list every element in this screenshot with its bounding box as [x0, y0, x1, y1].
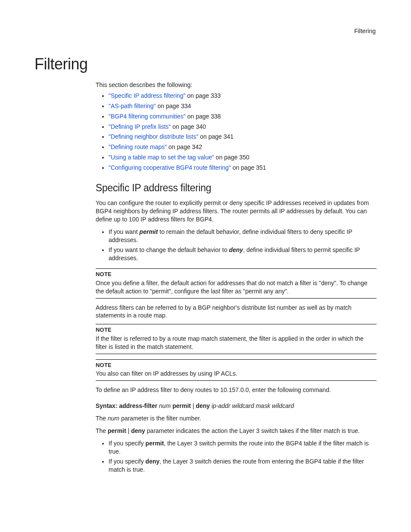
toc-link[interactable]: "Defining IP prefix lists": [109, 123, 171, 130]
syntax-cmd: address-filter: [119, 402, 157, 409]
note-label: NOTE: [96, 326, 377, 334]
num-param-paragraph: The num parameter is the filter number.: [96, 414, 377, 423]
note-block: NOTE Once you define a filter, the defau…: [96, 268, 377, 298]
text: parameter is the filter number.: [119, 415, 201, 422]
toc-item: "Using a table map to set the tag value"…: [109, 153, 377, 162]
li-pre: If you want: [109, 228, 140, 235]
toc-link[interactable]: "Defining route maps": [109, 143, 167, 150]
list-item: If you want to change the default behavi…: [109, 246, 377, 262]
text: The: [96, 427, 108, 434]
num-ital: num: [108, 415, 119, 422]
toc-list: "Specific IP address filtering" on page …: [96, 92, 377, 172]
toc-item: "Specific IP address filtering" on page …: [109, 92, 377, 100]
between-notes-paragraph: Address filters can be referred to by a …: [96, 304, 377, 320]
toc-suffix: on page 333: [186, 92, 221, 99]
action-bullets: If you specify permit, the Layer 3 switc…: [96, 439, 377, 474]
list-item: If you specify permit, the Layer 3 switc…: [109, 439, 377, 456]
text: The: [96, 415, 108, 422]
note-body: You also can filter on IP addresses by u…: [96, 370, 377, 378]
after-notes-paragraph: To define an IP address filter to deny r…: [96, 386, 377, 394]
syntax-deny: deny: [196, 402, 210, 409]
toc-suffix: on page 342: [167, 143, 202, 150]
toc-suffix: on page 350: [214, 154, 249, 161]
permit-bold: permit: [108, 427, 126, 434]
section-bullets: If you want permit to remain the default…: [96, 228, 377, 263]
page-title: Filtering: [34, 55, 377, 73]
note-label: NOTE: [96, 271, 377, 278]
page: Filtering Filtering This section describ…: [0, 0, 411, 521]
toc-item: "AS-path filtering" on page 334: [109, 102, 377, 110]
syntax-permit: permit: [172, 402, 191, 409]
syntax-line: Syntax: address-filter num permit | deny…: [96, 402, 377, 410]
content-body: This section describes the following: "S…: [96, 81, 377, 474]
li-pre: If you specify: [109, 458, 146, 465]
toc-link[interactable]: "AS-path filtering": [109, 103, 156, 109]
note-body: If the filter is referred to by a route …: [96, 335, 377, 351]
toc-item: "BGP4 filtering communities" on page 338: [109, 112, 377, 121]
note-block: NOTE You also can filter on IP addresses…: [96, 359, 377, 381]
toc-suffix: on page 334: [156, 103, 191, 109]
toc-item: "Configuring cooperative BGP4 route filt…: [109, 164, 377, 172]
syntax-args: ip-addr wildcard mask wildcard: [212, 402, 294, 409]
pipe: |: [126, 427, 131, 434]
toc-suffix: on page 338: [186, 113, 221, 120]
li-bold: permit: [146, 440, 164, 447]
toc-suffix: on page 341: [198, 133, 234, 140]
toc-suffix: on page 351: [231, 164, 266, 171]
section-title: Specific IP address filtering: [96, 182, 377, 194]
toc-link[interactable]: "Defining neighbor distribute lists": [109, 133, 198, 140]
section-paragraph: You can configure the router to explicit…: [96, 199, 377, 224]
toc-link[interactable]: "BGP4 filtering communities": [109, 113, 186, 120]
note-label: NOTE: [96, 361, 377, 369]
syntax-num: num: [159, 402, 171, 409]
li-bold: deny: [229, 246, 243, 253]
li-pre: If you specify: [109, 440, 146, 447]
li-bold: permit: [140, 228, 158, 235]
running-header: Filtering: [34, 28, 377, 34]
note-body: Once you define a filter, the default ac…: [96, 279, 377, 296]
syntax-label: Syntax:: [96, 402, 118, 409]
text: parameter indicates the action the Layer…: [145, 427, 360, 434]
note-block: NOTE If the filter is referred to by a r…: [96, 324, 377, 354]
toc-suffix: on page 340: [171, 123, 206, 130]
li-pre: If you want to change the default behavi…: [109, 246, 229, 253]
toc-item: "Defining route maps" on page 342: [109, 143, 377, 151]
toc-item: "Defining neighbor distribute lists" on …: [109, 133, 377, 141]
deny-bold: deny: [131, 427, 145, 434]
toc-link[interactable]: "Configuring cooperative BGP4 route filt…: [109, 164, 231, 171]
list-item: If you want permit to remain the default…: [109, 228, 377, 244]
toc-link[interactable]: "Specific IP address filtering": [109, 92, 186, 99]
li-bold: deny: [146, 458, 160, 465]
toc-link[interactable]: "Using a table map to set the tag value": [109, 154, 214, 161]
intro-paragraph: This section describes the following:: [96, 81, 377, 89]
list-item: If you specify deny, the Layer 3 switch …: [109, 457, 377, 474]
toc-item: "Defining IP prefix lists" on page 340: [109, 123, 377, 131]
permit-deny-paragraph: The permit | deny parameter indicates th…: [96, 427, 377, 435]
